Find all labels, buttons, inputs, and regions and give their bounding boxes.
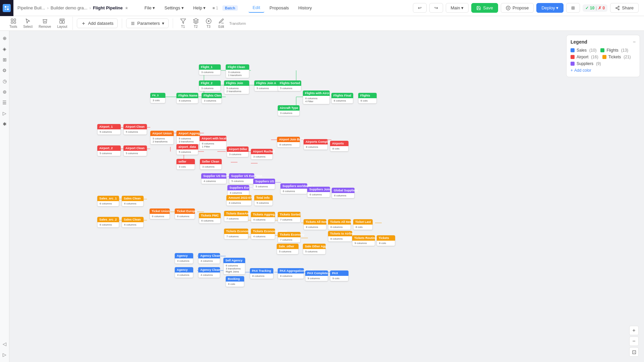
tab-history[interactable]: History [294, 3, 316, 12]
node-flightclean1[interactable]: Flight Clean 3 columns1 transform [226, 64, 249, 78]
node-ticketaggr[interactable]: Tickets Aggreg. Aging 4 columns [251, 212, 275, 223]
node-flightswithairc[interactable]: Flights with Aircr. 6 columns4 Filter [303, 90, 330, 104]
help-menu[interactable]: Help ▾ [189, 3, 210, 12]
node-airportwithlocal[interactable]: Airport with locals 6 columns1 Filter [200, 136, 226, 149]
grid-button[interactable]: ⊞ [566, 3, 580, 13]
node-agency2[interactable]: Agency 4 columns [175, 267, 193, 278]
propose-button[interactable]: Propose [501, 3, 534, 13]
node-paxtracking[interactable]: PAX Tracking 8 columns [250, 268, 273, 279]
undo-button[interactable]: ↩ [413, 3, 427, 13]
node-sellerclean[interactable]: Seller Clean 3 columns [200, 159, 222, 170]
legend-collapse-icon[interactable]: − [633, 39, 636, 45]
layout-button[interactable]: Layout [54, 17, 70, 30]
sidebar-icon-5[interactable]: ◷ [0, 76, 9, 86]
sidebar-icon-bottom-2[interactable]: ▷ [0, 350, 9, 359]
breadcrumb-part1[interactable]: Pipeline Buil... [17, 5, 45, 10]
sidebar-icon-9[interactable]: ✱ [0, 119, 9, 129]
node-airportclean2[interactable]: Airport Clean 5 columns [123, 145, 147, 156]
node-airportcomplete[interactable]: Airports Complete 8 columns [304, 139, 328, 150]
node-flights-end[interactable]: Flights 6 cols [358, 93, 377, 104]
node-salesrc1[interactable]: Sales_src_1 6 columns [97, 196, 119, 206]
tab-edit[interactable]: Edit [249, 3, 264, 13]
node-total[interactable]: Total Info 5 columns [254, 195, 273, 206]
sidebar-icon-1[interactable]: ⊕ [0, 34, 9, 43]
node-ticketsall[interactable]: Tickets All Items 8 columns [304, 219, 326, 230]
node-ticketeconomy2[interactable]: Tickets Economy 7 columns [278, 232, 301, 243]
node-tickets-end[interactable]: Tickets 8 cols [377, 235, 395, 246]
node-agencyclean2[interactable]: Agency Clean 4 columns [198, 267, 220, 278]
node-sellagency[interactable]: Sell Agency 6 columns3 transformsRight J… [223, 258, 245, 275]
node-suppliersjoined[interactable]: Suppliers Joined 6 columns [307, 187, 330, 197]
node-flightfinal[interactable]: Flights Final 6 columns [331, 93, 353, 104]
sidebar-icon-6[interactable]: ⊚ [0, 87, 9, 97]
node-airportdiller[interactable]: Airport Diller 3 columns [227, 146, 249, 157]
node-pax[interactable]: PAX 9 cols [330, 270, 348, 281]
add-color-button[interactable]: + Add color [571, 68, 636, 73]
sidebar-icon-2[interactable]: ◈ [0, 44, 9, 54]
node-ticketssorted[interactable]: Tickets Sorted 7 columns [278, 212, 301, 223]
node-ticketeuropeclean[interactable]: Ticket Europe 6 columns [175, 208, 195, 219]
transform-left-button[interactable]: T1 [177, 17, 189, 30]
sidebar-icon-7[interactable]: ☰ [0, 98, 9, 107]
node-ticketsecdom[interactable]: Tickets Economy Div. 7 columns [224, 229, 248, 239]
node-agency[interactable]: Agency 4 columns [175, 253, 193, 264]
node-supplierus[interactable]: Suppliers US 5 columns [253, 179, 275, 189]
node-ticketsbaseamt[interactable]: Tickets BaseAmt 7 columns [224, 211, 248, 222]
node-airportclean1[interactable]: Airport Clean 5 columns [123, 124, 147, 135]
select-button[interactable]: Select [20, 17, 35, 30]
node-paxcomplete[interactable]: PAX Complete 9 columns [305, 270, 328, 281]
breadcrumb-part2[interactable]: Builder demo gra... [51, 5, 88, 10]
tab-proposals[interactable]: Proposals [266, 3, 293, 12]
node-salesclean1[interactable]: Sales Clean 6 columns [122, 196, 144, 206]
node-flightsorted[interactable]: Flights Sorted 5 columns [278, 80, 301, 91]
node-filt[interactable]: Flt_3 3 cols [150, 93, 165, 103]
transform-mid-button[interactable]: T2 [190, 17, 202, 30]
node-airportjoin[interactable]: Airport Join Back 8 columns [277, 137, 300, 147]
zoom-out-button[interactable]: − [629, 337, 639, 346]
save-button[interactable]: Save [471, 3, 498, 13]
sidebar-icon-4[interactable]: ⚙ [0, 66, 9, 75]
node-airportruched[interactable]: Airport Ruched 3 columns [251, 149, 273, 160]
zoom-fit-button[interactable]: ⊡ [629, 347, 639, 357]
deploy-button[interactable]: Deploy ▾ [536, 3, 564, 13]
node-airport2[interactable]: Airport_2 5 columns [97, 145, 121, 156]
node-ticketspmc[interactable]: Tickets PMC 6 columns [199, 213, 221, 224]
redo-button[interactable]: ↪ [429, 3, 443, 13]
add-datasets-button[interactable]: Add datasets [77, 18, 118, 28]
node-booking[interactable]: Booking 6 cols [226, 276, 244, 287]
node-aircraft[interactable]: Aircraft Type 3 columns [278, 105, 300, 116]
node-flight2[interactable]: Flight_2 3 columns [199, 80, 221, 91]
transform-right-button[interactable]: T3 [203, 17, 215, 30]
node-ticketlast[interactable]: Ticket Last 8 cols [353, 219, 373, 230]
node-airportaggreg[interactable]: Airport Aggreg. 5 columns3 transforms [176, 131, 200, 144]
node-agencyclean[interactable]: Agency Clean 4 columns [198, 253, 220, 264]
share-button[interactable]: Share [610, 3, 639, 13]
node-saleotheragg[interactable]: Sale Other Agg 5 columns [303, 244, 326, 254]
edit-tool-button[interactable]: Edit [215, 17, 227, 30]
node-flight1[interactable]: Flight_1 3 columns [199, 64, 221, 75]
file-menu[interactable]: File ▾ [141, 3, 159, 12]
main-button[interactable]: Main ▾ [446, 3, 469, 13]
node-airportdata[interactable]: airport_data 5 columns [176, 144, 198, 155]
node-suppliereurope[interactable]: Suppliers Europe 4 columns [227, 185, 249, 196]
star-icon[interactable]: ★ [125, 6, 128, 10]
node-suppliersworldwide[interactable]: Suppliers worldwide J. 6 columns [280, 183, 307, 194]
node-seller[interactable]: seller 3 cols [176, 159, 195, 170]
remove-button[interactable]: Remove [36, 17, 54, 30]
node-amount[interactable]: Amount 2022-07-24T11... 4 columns [226, 195, 252, 206]
node-airports-final[interactable]: Airports 8 cols [330, 141, 348, 152]
node-paxaggregpublic[interactable]: PAX Aggregation Public 8 columns [278, 268, 304, 279]
sidebar-icon-3[interactable]: ⊞ [0, 55, 9, 64]
sidebar-icon-bottom-1[interactable]: ◁ [0, 339, 9, 349]
node-salesclean2[interactable]: Sales Clean 6 columns [122, 217, 144, 228]
node-saleother[interactable]: Sale_other 5 columns [277, 244, 299, 254]
sidebar-icon-8[interactable]: ▷ [0, 109, 9, 118]
node-suppliereastus[interactable]: Supplier US East Dist. 5 columns [229, 173, 254, 184]
node-supplierwest[interactable]: Supplier US West 4 columns [201, 173, 226, 184]
node-flightsname[interactable]: Flights Name 4 columns [176, 93, 198, 104]
node-airportunion[interactable]: Airport Union 5 columns2 transforms [150, 131, 174, 144]
settings-menu[interactable]: Settings ▾ [160, 3, 188, 12]
node-ticketsallitems2[interactable]: Tickets All Items 8 columns [328, 219, 351, 230]
node-ticketaggraging2[interactable]: Tickets Economy Aging 4 columns [251, 229, 275, 239]
node-salesrc2[interactable]: Sales_src_2 6 columns [97, 217, 119, 228]
